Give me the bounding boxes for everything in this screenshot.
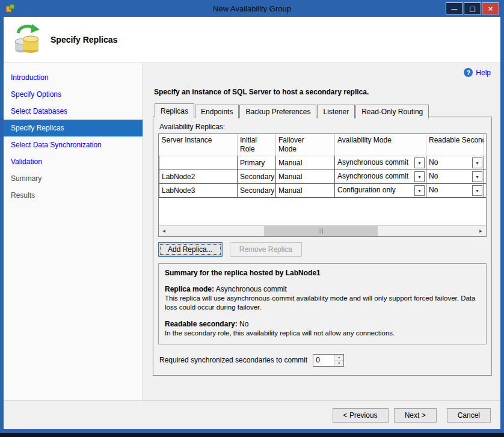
tab-read-only-routing[interactable]: Read-Only Routing bbox=[355, 105, 429, 118]
chevron-down-icon[interactable]: ▾ bbox=[472, 171, 482, 182]
cell-server-instance[interactable]: LabNode2 bbox=[159, 170, 238, 184]
titlebar: New Availability Group — □ × bbox=[4, 0, 500, 17]
chevron-down-icon[interactable]: ▾ bbox=[414, 171, 425, 182]
page-title: Specify Replicas bbox=[51, 35, 117, 44]
grid-viewport: Server Instance Initial Role Failover Mo… bbox=[159, 134, 486, 225]
wizard-body: Introduction Specify Options Select Data… bbox=[4, 63, 500, 400]
readable-secondary-label: Readable secondary: bbox=[165, 320, 238, 328]
cell-initial-role[interactable]: Secondary bbox=[238, 184, 276, 198]
cell-server-instance[interactable]: LabNode3 bbox=[159, 184, 238, 198]
scroll-right-icon[interactable]: ► bbox=[476, 226, 486, 236]
close-button[interactable]: × bbox=[482, 2, 499, 14]
tab-replicas[interactable]: Replicas bbox=[155, 103, 194, 118]
cell-failover-mode[interactable]: Manual bbox=[276, 156, 335, 170]
previous-button[interactable]: < Previous bbox=[333, 408, 389, 423]
new-availability-group-window: New Availability Group — □ × Specif bbox=[0, 0, 504, 433]
spinner-down-icon[interactable]: ▼ bbox=[334, 361, 343, 366]
table-row: LabNode3 Secondary Manual Configuration … bbox=[159, 184, 487, 198]
help-label: Help bbox=[476, 69, 491, 77]
empty-cell bbox=[484, 170, 487, 184]
replica-mode-summary: Replica mode: Asynchronous commit This r… bbox=[165, 285, 480, 312]
availability-mode-dropdown[interactable]: Asynchronous commit▾ bbox=[335, 170, 426, 184]
replicas-tab-panel: Availability Replicas: Server Instance bbox=[153, 117, 492, 376]
column-header-availability-mode: Availability Mode bbox=[335, 134, 426, 156]
readable-secondary-dropdown[interactable]: No▾ bbox=[426, 170, 484, 184]
tab-backup-preferences[interactable]: Backup Preferences bbox=[239, 105, 316, 118]
chevron-down-icon[interactable]: ▾ bbox=[472, 185, 482, 196]
replica-mode-value: Asynchronous commit bbox=[214, 285, 287, 293]
cancel-button[interactable]: Cancel bbox=[447, 408, 491, 423]
sidebar-item-validation[interactable]: Validation bbox=[4, 153, 143, 170]
availability-mode-dropdown[interactable]: Configuration only▾ bbox=[335, 184, 426, 198]
column-header-readable-secondary: Readable Secondary bbox=[426, 134, 484, 156]
sidebar-item-specify-replicas[interactable]: Specify Replicas bbox=[4, 120, 143, 136]
summary-title: Summary for the replica hosted by LabNod… bbox=[165, 269, 480, 277]
scroll-left-icon[interactable]: ◄ bbox=[159, 226, 169, 236]
app-icon bbox=[5, 3, 16, 14]
wizard-header: Specify Replicas bbox=[4, 17, 500, 63]
required-secondaries-input[interactable] bbox=[313, 355, 334, 366]
window-title: New Availability Group bbox=[213, 4, 291, 13]
cell-server-instance[interactable]: LabNode1 bbox=[159, 156, 238, 170]
readable-secondary-description: In the secondary role, this availability… bbox=[165, 329, 480, 338]
minimize-button[interactable]: — bbox=[446, 2, 463, 14]
cell-initial-role[interactable]: Secondary bbox=[238, 170, 276, 184]
required-secondaries-spinner: ▲ ▼ bbox=[313, 354, 344, 367]
help-link[interactable]: ? Help bbox=[153, 66, 492, 77]
readable-secondary-dropdown[interactable]: No▾ bbox=[426, 156, 484, 170]
grid-buttons-row: Add Replica... Remove Replica bbox=[158, 242, 487, 257]
table-row: LabNode1 Primary Manual Asynchronous com… bbox=[159, 156, 487, 170]
cell-initial-role[interactable]: Primary bbox=[238, 156, 276, 170]
maximize-button[interactable]: □ bbox=[464, 2, 481, 14]
readable-secondary-dropdown[interactable]: No▾ bbox=[426, 184, 484, 198]
sidebar-item-specify-options[interactable]: Specify Options bbox=[4, 86, 143, 103]
wizard-steps-sidebar: Introduction Specify Options Select Data… bbox=[4, 63, 143, 400]
scrollbar-track[interactable] bbox=[169, 226, 476, 236]
horizontal-scrollbar[interactable]: ◄ ► bbox=[159, 225, 486, 236]
sidebar-item-select-data-synchronization[interactable]: Select Data Synchronization bbox=[4, 136, 143, 153]
tab-endpoints[interactable]: Endpoints bbox=[195, 105, 239, 118]
sidebar-item-select-databases[interactable]: Select Databases bbox=[4, 103, 143, 120]
scrollbar-thumb[interactable] bbox=[264, 226, 378, 236]
sidebar-item-summary: Summary bbox=[4, 170, 143, 187]
chevron-down-icon[interactable]: ▾ bbox=[414, 157, 425, 168]
replica-summary-box: Summary for the replica hosted by LabNod… bbox=[158, 263, 487, 344]
replica-mode-description: This replica will use asynchronous-commi… bbox=[165, 294, 480, 312]
next-button[interactable]: Next > bbox=[394, 408, 437, 423]
add-replica-button[interactable]: Add Replica... bbox=[158, 242, 223, 257]
sidebar-item-results: Results bbox=[4, 187, 143, 204]
cell-failover-mode[interactable]: Manual bbox=[276, 184, 335, 198]
column-header-filler bbox=[484, 134, 487, 156]
cell-failover-mode[interactable]: Manual bbox=[276, 170, 335, 184]
chevron-down-icon[interactable]: ▾ bbox=[472, 157, 482, 168]
column-header-failover-mode: Failover Mode bbox=[276, 134, 335, 156]
readable-secondary-value: No bbox=[238, 320, 249, 328]
tab-strip: Replicas Endpoints Backup Preferences Li… bbox=[153, 103, 492, 117]
grid-header-row: Server Instance Initial Role Failover Mo… bbox=[159, 134, 487, 156]
readable-secondary-summary: Readable secondary: No In the secondary … bbox=[165, 320, 480, 338]
tab-listener[interactable]: Listener bbox=[317, 105, 355, 118]
replica-mode-label: Replica mode: bbox=[165, 285, 214, 293]
column-header-initial-role: Initial Role bbox=[238, 134, 276, 156]
empty-cell bbox=[484, 156, 487, 170]
sidebar-item-introduction[interactable]: Introduction bbox=[4, 69, 143, 86]
remove-replica-button: Remove Replica bbox=[230, 242, 302, 257]
availability-replicas-label: Availability Replicas: bbox=[159, 123, 487, 131]
replica-wizard-icon bbox=[12, 23, 42, 56]
instruction-text: Specify an instance of SQL Server to hos… bbox=[154, 88, 492, 96]
help-icon: ? bbox=[464, 68, 473, 77]
wizard-footer: < Previous Next > Cancel bbox=[4, 400, 500, 429]
availability-mode-dropdown[interactable]: Asynchronous commit▾ bbox=[335, 156, 426, 170]
empty-cell bbox=[484, 184, 487, 198]
window-controls: — □ × bbox=[446, 2, 500, 14]
spinner-up-icon[interactable]: ▲ bbox=[334, 355, 343, 361]
main-content: ? Help Specify an instance of SQL Server… bbox=[143, 63, 500, 400]
spinner-buttons: ▲ ▼ bbox=[334, 355, 343, 366]
required-secondaries-label: Required synchronized secondaries to com… bbox=[159, 356, 307, 364]
required-secondaries-row: Required synchronized secondaries to com… bbox=[158, 354, 487, 367]
chevron-down-icon[interactable]: ▾ bbox=[414, 185, 425, 196]
availability-replicas-grid: Server Instance Initial Role Failover Mo… bbox=[158, 133, 487, 237]
table-row: LabNode2 Secondary Manual Asynchronous c… bbox=[159, 170, 487, 184]
column-header-server-instance: Server Instance bbox=[159, 134, 238, 156]
